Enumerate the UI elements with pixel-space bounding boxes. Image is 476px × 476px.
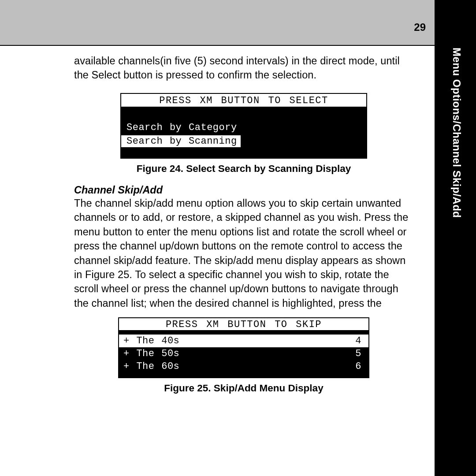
figure-24-line-1: Search by Category xyxy=(121,122,366,134)
figure-25-row-1: + The 50s 5 xyxy=(119,347,368,360)
figure-24-line-2: Search by Scanning xyxy=(121,135,241,147)
figure-25-display: PRESS XM BUTTON TO SKIP + The 40s 4 + Th… xyxy=(118,317,369,378)
intro-paragraph: available channels(in five (5) second in… xyxy=(74,54,413,82)
figure-25-row-0: + The 40s 4 xyxy=(119,335,368,347)
body-paragraph: The channel skip/add menu option allows … xyxy=(74,196,413,310)
figure-25-row-0-label: + The 40s xyxy=(123,335,179,346)
figure-24-body: Search by Category Search by Scanning xyxy=(121,108,366,158)
figure-25-row-1-label: + The 50s xyxy=(123,348,179,359)
figure-24-display: PRESS XM BUTTON TO SELECT Search by Cate… xyxy=(120,93,367,159)
figure-25-caption: Figure 25. Skip/Add Menu Display xyxy=(74,383,413,394)
figure-25-row-1-num: 5 xyxy=(355,348,361,359)
page-content: available channels(in five (5) second in… xyxy=(74,54,413,394)
figure-25-row-0-num: 4 xyxy=(355,335,361,346)
page-number: 29 xyxy=(414,21,426,33)
figure-25-header: PRESS XM BUTTON TO SKIP xyxy=(119,318,368,335)
figure-24-wrap: PRESS XM BUTTON TO SELECT Search by Cate… xyxy=(120,93,367,175)
side-tab-label: Menu Options/Channel Skip/Add xyxy=(437,48,476,286)
figure-25-row-2-label: + The 60s xyxy=(123,361,179,372)
figure-25-bottom-pad xyxy=(119,373,368,377)
figure-24-header: PRESS XM BUTTON TO SELECT xyxy=(121,94,366,108)
subheading-channel-skip-add: Channel Skip/Add xyxy=(74,184,413,196)
figure-25-row-2-num: 6 xyxy=(355,361,361,372)
top-gray-band xyxy=(0,0,435,46)
figure-25-row-2: + The 60s 6 xyxy=(119,360,368,373)
figure-24-caption: Figure 24. Select Search by Scanning Dis… xyxy=(120,163,367,175)
